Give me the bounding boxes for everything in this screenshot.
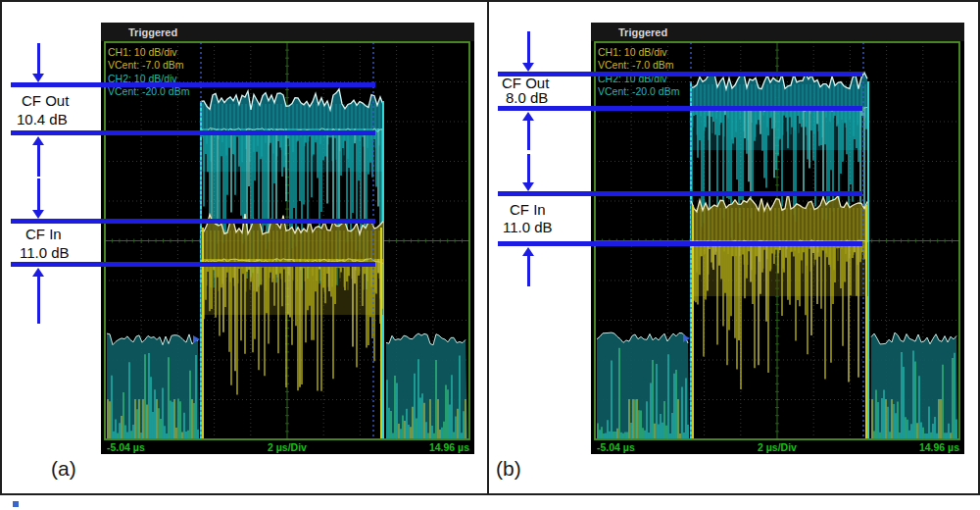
cf-in-up-arrow-shaft-a (37, 277, 40, 324)
svg-text:2 µs/Div: 2 µs/Div (268, 441, 307, 453)
svg-text:VCent: -20.0 dBm: VCent: -20.0 dBm (598, 85, 680, 97)
svg-text:14.96 µs: 14.96 µs (429, 441, 469, 453)
figure: TriggeredCH1: 10 dB/divVCent: -7.0 dBmCH… (0, 0, 980, 510)
cf-out-lower-line-a (11, 130, 375, 135)
panel-divider (487, 2, 489, 493)
cf-out-upper-line-a (11, 82, 375, 87)
panel-label-a: (a) (51, 457, 76, 481)
cf-in-upper-line-a (11, 219, 375, 224)
cf-in-value-b: 11.0 dB (503, 220, 553, 235)
cf-out-up-arrow-head-a (32, 136, 44, 145)
cf-out-down-arrow-shaft-a (37, 43, 40, 75)
cf-out-value-a: 10.4 dB (17, 112, 68, 128)
svg-text:CH1: 10 dB/div: CH1: 10 dB/div (108, 46, 177, 58)
cf-in-down-arrow-head-b (522, 182, 534, 191)
svg-text:CH1: 10 dB/div: CH1: 10 dB/div (598, 46, 667, 58)
cf-out-value-b: 8.0 dB (506, 90, 548, 106)
svg-text:2 µs/Div: 2 µs/Div (758, 441, 797, 453)
svg-text:-5.04 µs: -5.04 µs (107, 441, 145, 453)
cf-in-upper-line-b (498, 191, 862, 196)
cf-in-label-b: CF In (510, 202, 546, 218)
svg-text:VCent: -7.0 dBm: VCent: -7.0 dBm (598, 59, 674, 71)
cf-out-lower-line-b (498, 106, 862, 111)
svg-text:Triggered: Triggered (128, 26, 177, 38)
cf-in-up-arrow-head-b (522, 247, 534, 256)
svg-text:-5.04 µs: -5.04 µs (597, 441, 635, 453)
oscilloscope-panel-b: TriggeredCH1: 10 dB/divVCent: -7.0 dBmCH… (591, 23, 964, 454)
oscilloscope-screen-a: TriggeredCH1: 10 dB/divVCent: -7.0 dBmCH… (101, 23, 474, 454)
cf-out-down-arrow-shaft-b (527, 31, 530, 63)
cf-out-upper-line-b (498, 72, 862, 76)
cf-in-down-arrow-shaft-a (37, 178, 40, 210)
cf-in-down-arrow-shaft-b (527, 154, 530, 182)
cf-in-up-arrow-shaft-b (527, 256, 530, 286)
cf-out-down-arrow-head-a (32, 74, 44, 82)
cf-out-label-a: CF Out (22, 93, 69, 109)
cf-in-lower-line-a (11, 262, 375, 267)
cf-out-down-arrow-head-b (522, 63, 534, 72)
oscilloscope-panel-a: TriggeredCH1: 10 dB/divVCent: -7.0 dBmCH… (101, 23, 474, 454)
cf-in-lower-line-b (498, 241, 862, 246)
cf-in-down-arrow-head-a (32, 210, 44, 219)
caption-stub (13, 501, 19, 507)
cf-out-up-arrow-shaft-a (37, 145, 40, 177)
cf-out-up-arrow-head-b (522, 112, 534, 121)
svg-text:14.96 µs: 14.96 µs (919, 441, 959, 453)
svg-text:Triggered: Triggered (618, 26, 667, 38)
cf-in-label-a: CF In (25, 227, 62, 242)
svg-text:VCent: -7.0 dBm: VCent: -7.0 dBm (108, 59, 184, 71)
cf-in-up-arrow-head-a (32, 268, 44, 277)
oscilloscope-screen-b: TriggeredCH1: 10 dB/divVCent: -7.0 dBmCH… (591, 23, 964, 454)
cf-out-up-arrow-shaft-b (527, 121, 530, 150)
panel-label-b: (b) (496, 457, 521, 481)
cf-in-value-a: 11.0 dB (20, 245, 70, 261)
